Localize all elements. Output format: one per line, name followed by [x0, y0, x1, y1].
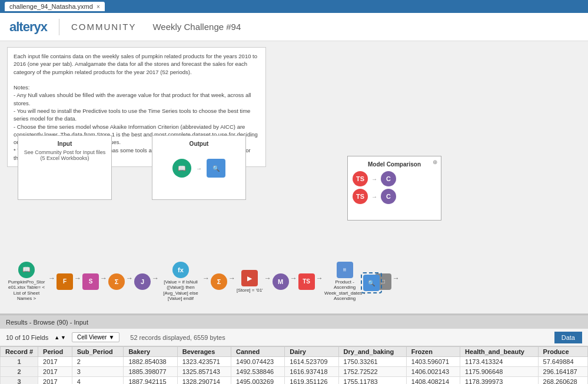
- compare-icon2: C: [381, 189, 396, 204]
- input-file-icon[interactable]: 📖: [18, 262, 35, 278]
- results-bar: Results - Browse (90) - Input: [0, 315, 588, 329]
- sort-group2: TS: [298, 273, 315, 290]
- summarize-icon2[interactable]: Σ: [211, 273, 227, 290]
- cell-1-3: 1885.398077: [124, 367, 177, 377]
- cell-2-9: 1178.399973: [460, 377, 538, 385]
- filter-label: [Store] = '01': [237, 288, 263, 293]
- model-box-expand[interactable]: ⊕: [433, 159, 437, 165]
- data-button[interactable]: Data: [554, 332, 582, 343]
- filter-group2: ▶ [Store] = '01': [237, 270, 263, 293]
- cell-viewer-dropdown-icon: ▼: [108, 334, 114, 340]
- multirow-icon[interactable]: M: [273, 273, 289, 290]
- col-header-beverages[interactable]: Beverages: [177, 347, 231, 357]
- table-row: 1201721882.8540381323.4235711490.0744231…: [1, 357, 588, 367]
- logo-divider: [59, 19, 59, 35]
- description-main: Each input file contains data on the wee…: [14, 52, 260, 76]
- canvas-area: Each input file contains data on the wee…: [0, 41, 588, 315]
- summarize-group2: Σ: [211, 273, 227, 290]
- record-num: 2: [1, 367, 38, 377]
- title-bar: challenge_94_Natasha.yxmd ×: [0, 0, 588, 13]
- description-notes-title: Notes:: [14, 84, 260, 91]
- cell-1-10: 296.164187: [538, 367, 587, 377]
- cell-2-4: 1328.290714: [177, 377, 231, 385]
- arrow3: →: [100, 275, 107, 282]
- description-note2: - You will need to install the Predictiv…: [14, 107, 260, 123]
- cell-1-2: 3: [72, 367, 124, 377]
- filter-icon1[interactable]: F: [57, 273, 73, 290]
- records-info: 52 records displayed, 6559 bytes: [130, 334, 225, 341]
- arrow9: →: [290, 275, 297, 282]
- col-header-dry_and_baking[interactable]: Dry_and_baking: [338, 347, 406, 357]
- arrow8: →: [264, 275, 271, 282]
- output-box: Output 📖 → 🔍: [152, 135, 246, 200]
- cell-2-7: 1755.11783: [338, 377, 406, 385]
- cell-1-1: 2017: [38, 367, 72, 377]
- data-table: Record #PeriodSub_PeriodBakeryBeveragesC…: [0, 346, 588, 384]
- arrow6: →: [202, 275, 210, 282]
- cell-1-6: 1616.937418: [285, 367, 338, 377]
- col-header-health_and_beauty[interactable]: Health_and_beauty: [460, 347, 538, 357]
- input-file-group: 📖 PumpkinPro_Stor e01.xlsx Table= < List…: [6, 262, 47, 302]
- cell-2-10: 268.260628: [538, 377, 587, 385]
- cell-2-3: 1887.942115: [124, 377, 177, 385]
- col-header-dairy[interactable]: Dairy: [285, 347, 338, 357]
- filter-icon2[interactable]: ▶: [241, 270, 258, 286]
- title-tab[interactable]: challenge_94_Natasha.yxmd ×: [5, 2, 105, 11]
- cell-1-7: 1752.72522: [338, 367, 406, 377]
- sort-icon1[interactable]: S: [82, 273, 99, 290]
- output-box-title: Output: [157, 141, 241, 147]
- read-icon: 📖: [172, 159, 191, 178]
- cell-0-5: 1490.074423: [231, 357, 284, 367]
- cell-0-1: 2017: [38, 357, 72, 367]
- cell-0-10: 57.649884: [538, 357, 587, 367]
- table-row: 3201741887.9421151328.2907141495.0032691…: [1, 377, 588, 385]
- cell-1-9: 1175.906648: [460, 367, 538, 377]
- ts-model-icon2: TS: [353, 189, 368, 204]
- arrow5: →: [152, 275, 159, 282]
- data-toolbar: 10 of 10 Fields ▲ ▼ Cell Viewer ▼ 52 rec…: [0, 329, 588, 346]
- browse-final-icon[interactable]: 🔍: [363, 275, 380, 291]
- description-note1: - Any Null values should be filled with …: [14, 91, 260, 107]
- col-header-frozen[interactable]: Frozen: [406, 347, 460, 357]
- col-header-record-#[interactable]: Record #: [1, 347, 38, 357]
- col-header-sub_period[interactable]: Sub_Period: [72, 347, 124, 357]
- close-tab-icon[interactable]: ×: [97, 4, 100, 10]
- arrow10: →: [316, 275, 323, 282]
- data-button-label: Data: [562, 334, 575, 341]
- col-header-produce[interactable]: Produce: [538, 347, 587, 357]
- join-icon[interactable]: J: [134, 273, 151, 290]
- record-num: 1: [1, 357, 38, 367]
- cell-2-8: 1408.408214: [406, 377, 460, 385]
- cell-viewer-label: Cell Viewer: [77, 334, 107, 340]
- record-num: 3: [1, 377, 38, 385]
- formula-icon[interactable]: fx: [172, 262, 189, 278]
- cell-2-6: 1619.351126: [285, 377, 338, 385]
- summarize-icon[interactable]: Σ: [108, 273, 125, 290]
- summarize-group: Σ: [108, 273, 125, 290]
- sort-down-arrow[interactable]: ▼: [61, 335, 66, 340]
- cell-0-7: 1750.33261: [338, 357, 406, 367]
- col-header-bakery[interactable]: Bakery: [124, 347, 177, 357]
- cell-0-6: 1614.523709: [285, 357, 338, 367]
- sort-icon2[interactable]: TS: [298, 273, 315, 290]
- multirow-group: M: [273, 273, 289, 290]
- col-header-canned[interactable]: Canned: [231, 347, 284, 357]
- input-box-content: See Community Post for Input files (5 Ex…: [23, 149, 107, 161]
- table-header-row: Record #PeriodSub_PeriodBakeryBeveragesC…: [1, 347, 588, 357]
- formula-label: [Value = if IsNull ([Value]) then [Avg_V…: [160, 279, 201, 302]
- input-box: Input See Community Post for Input files…: [18, 135, 112, 200]
- cell-2-1: 2017: [38, 377, 72, 385]
- cell-0-9: 1173.413324: [460, 357, 538, 367]
- cell-0-4: 1323.423571: [177, 357, 231, 367]
- sort-up-arrow[interactable]: ▲: [54, 335, 59, 340]
- cell-viewer-button[interactable]: Cell Viewer ▼: [72, 332, 119, 342]
- table-row: 2201731885.3980771325.8571431492.5388461…: [1, 367, 588, 377]
- select-group: ≡ Product - Ascending Week_start_dates -…: [324, 262, 366, 302]
- cell-2-5: 1495.003269: [231, 377, 284, 385]
- cell-1-5: 1492.538846: [231, 367, 284, 377]
- select-icon[interactable]: ≡: [337, 262, 353, 278]
- arrow1: →: [48, 275, 55, 282]
- col-header-period[interactable]: Period: [38, 347, 72, 357]
- filter-group1: F: [57, 273, 73, 290]
- input-box-title: Input: [23, 141, 107, 147]
